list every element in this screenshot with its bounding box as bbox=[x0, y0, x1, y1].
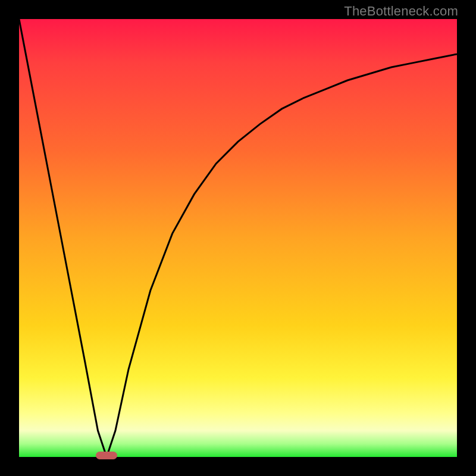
optimum-marker bbox=[96, 452, 117, 459]
plot-area bbox=[19, 19, 457, 457]
chart-frame: TheBottleneck.com bbox=[0, 0, 476, 476]
curve-line bbox=[19, 19, 457, 457]
attribution-text: TheBottleneck.com bbox=[344, 4, 458, 19]
bottleneck-curve bbox=[19, 19, 457, 457]
